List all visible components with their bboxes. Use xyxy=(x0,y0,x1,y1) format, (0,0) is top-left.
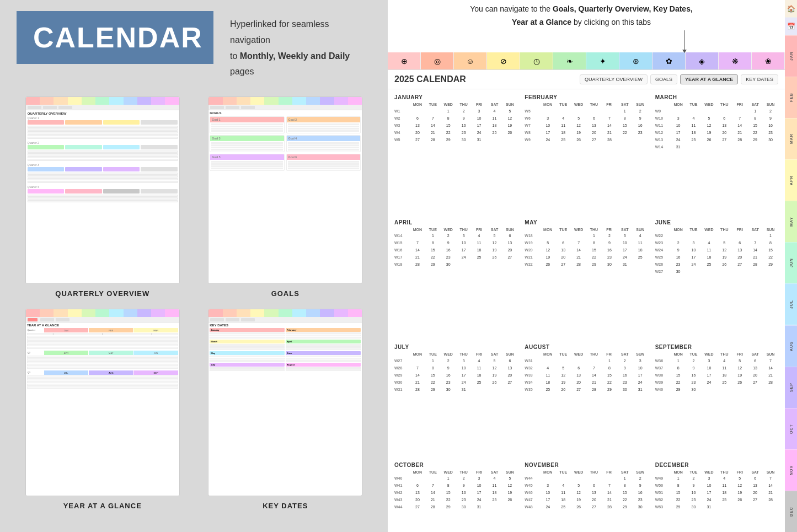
week-number: W46 xyxy=(525,490,540,496)
nav-tab-9[interactable]: ◈ xyxy=(686,52,719,69)
day-cell: 26 xyxy=(540,261,555,268)
day-cell: 9 xyxy=(633,115,648,121)
week-number: W27 xyxy=(655,268,671,275)
side-tab-sep[interactable]: SEP xyxy=(785,367,797,408)
side-tab-jan[interactable]: JAN xyxy=(785,35,797,77)
day-cell: 22 xyxy=(747,129,763,136)
day-cell: 12 xyxy=(732,364,747,371)
nav-tab-11[interactable]: ❀ xyxy=(752,52,785,69)
month-grid: MONTUEWEDTHUFRISATSUNW491234567W50891011… xyxy=(655,470,778,510)
day-cell: 17 xyxy=(456,247,472,254)
day-cell: 7 xyxy=(586,364,602,371)
day-cell xyxy=(586,475,602,482)
day-header: TUE xyxy=(555,103,571,106)
day-cell xyxy=(747,268,763,275)
nav-tab-2[interactable]: ☺ xyxy=(454,52,487,69)
day-cell: 4 xyxy=(716,475,732,482)
day-cell: 25 xyxy=(716,379,732,385)
day-cell: 2 xyxy=(617,357,633,364)
day-header: SUN xyxy=(763,470,778,474)
day-cell: 8 xyxy=(671,364,686,371)
nav-btn-key-dates[interactable]: KEY DATES xyxy=(741,74,778,84)
day-cell xyxy=(410,357,425,364)
week-row: W710111213141516 xyxy=(525,122,648,128)
day-cell: 5 xyxy=(732,357,747,364)
side-tab-apr[interactable]: APR xyxy=(785,159,797,201)
side-tab-dec[interactable]: DEC xyxy=(785,491,797,532)
day-cell: 20 xyxy=(555,254,571,261)
day-cell: 6 xyxy=(555,240,571,246)
day-cell: 12 xyxy=(701,122,716,128)
calendar-icon-tab[interactable]: 📅 xyxy=(785,18,797,35)
side-tab-jul[interactable]: JUL xyxy=(785,283,797,325)
nav-btn-goals[interactable]: GOALS xyxy=(650,74,677,84)
day-header: FRI xyxy=(472,228,487,232)
week-number: W33 xyxy=(525,372,540,378)
day-cell: 17 xyxy=(701,490,716,496)
week-number: W17 xyxy=(394,254,410,261)
preview-card-goals[interactable]: GOALS Goal 1 xyxy=(208,96,362,284)
week-number: W14 xyxy=(655,143,671,150)
nav-btn-quarterly[interactable]: QUARTERLY OVERVIEW xyxy=(580,74,648,84)
side-tab-may[interactable]: MAY xyxy=(785,201,797,242)
nav-tab-0[interactable]: ⊕ xyxy=(388,52,421,69)
preview-key-dates: KEY DATES January February xyxy=(200,309,372,510)
day-cell: 4 xyxy=(701,240,716,246)
nav-tab-3[interactable]: ⊘ xyxy=(487,52,520,69)
week-row: W512 xyxy=(525,108,648,114)
day-cell xyxy=(747,233,763,239)
week-number: W3 xyxy=(394,122,410,128)
side-tab-mar[interactable]: MAR xyxy=(785,118,797,159)
nav-tab-10[interactable]: ❋ xyxy=(719,52,752,69)
nav-tab-7[interactable]: ⊛ xyxy=(619,52,652,69)
side-tab-aug[interactable]: AUG xyxy=(785,325,797,367)
day-header: FRI xyxy=(472,103,487,106)
day-cell: 3 xyxy=(456,357,472,364)
nav-tab-1[interactable]: ◎ xyxy=(421,52,454,69)
day-header: THU xyxy=(586,103,602,106)
day-header: THU xyxy=(716,103,732,106)
day-cell: 18 xyxy=(487,490,502,496)
day-cell: 15 xyxy=(617,122,633,128)
preview-card-year-glance[interactable]: YEAR AT A GLANCE Quarter JAN FEB MAR 123 xyxy=(25,309,180,496)
nav-btn-year-glance[interactable]: YEAR AT A GLANCE xyxy=(680,74,738,84)
side-tab-feb[interactable]: FEB xyxy=(785,77,797,118)
side-tab-jun[interactable]: JUN xyxy=(785,242,797,283)
side-tab-oct[interactable]: OCT xyxy=(785,408,797,449)
day-cell xyxy=(701,268,716,275)
home-icon-tab[interactable]: 🏠 xyxy=(785,0,797,18)
day-cell: 31 xyxy=(701,504,716,510)
day-cell: 24 xyxy=(671,136,686,143)
preview-card-quarterly[interactable]: QUARTERLY OVERVIEW Quarter 1 xyxy=(25,96,180,284)
month-block-march: MARCHMONTUEWEDTHUFRISATSUNW912W103456789… xyxy=(653,92,780,214)
day-cell: 9 xyxy=(602,240,617,246)
nav-tab-5[interactable]: ❧ xyxy=(553,52,586,69)
week-row: W817181920212223 xyxy=(525,129,648,136)
week-number: W26 xyxy=(655,261,671,268)
day-cell: 14 xyxy=(763,364,778,371)
day-cell: 27 xyxy=(586,504,602,510)
month-block-january: JANUARYMONTUEWEDTHUFRISATSUNW112345W2678… xyxy=(392,92,520,214)
day-cell: 8 xyxy=(671,482,686,489)
preview-label-key-dates: KEY DATES xyxy=(263,502,308,510)
day-cell: 8 xyxy=(425,364,441,371)
day-cell: 16 xyxy=(671,254,686,261)
preview-card-key-dates[interactable]: KEY DATES January February xyxy=(208,309,362,496)
day-header: TUE xyxy=(555,352,571,356)
day-cell: 5 xyxy=(555,364,571,371)
day-cell: 27 xyxy=(555,261,571,268)
nav-tab-4[interactable]: ◷ xyxy=(520,52,553,69)
day-cell: 28 xyxy=(425,136,441,143)
week-number: W42 xyxy=(394,490,410,496)
week-row: W5222232425262728 xyxy=(655,497,778,503)
month-grid: MONTUEWEDTHUFRISATSUNW31123W3245678910W3… xyxy=(525,352,648,393)
nav-tab-8[interactable]: ✿ xyxy=(652,52,686,69)
day-header: WED xyxy=(571,103,586,106)
side-tab-nov[interactable]: NOV xyxy=(785,449,797,491)
week-number: W12 xyxy=(655,129,671,136)
preview-year-glance: YEAR AT A GLANCE Quarter JAN FEB MAR 123 xyxy=(17,309,189,510)
month-grid: MONTUEWEDTHUFRISATSUNW112345W26789101112… xyxy=(394,103,517,143)
month-block-december: DECEMBERMONTUEWEDTHUFRISATSUNW491234567W… xyxy=(653,460,780,533)
week-number: W4 xyxy=(394,129,410,136)
nav-tab-6[interactable]: ✦ xyxy=(586,52,619,69)
